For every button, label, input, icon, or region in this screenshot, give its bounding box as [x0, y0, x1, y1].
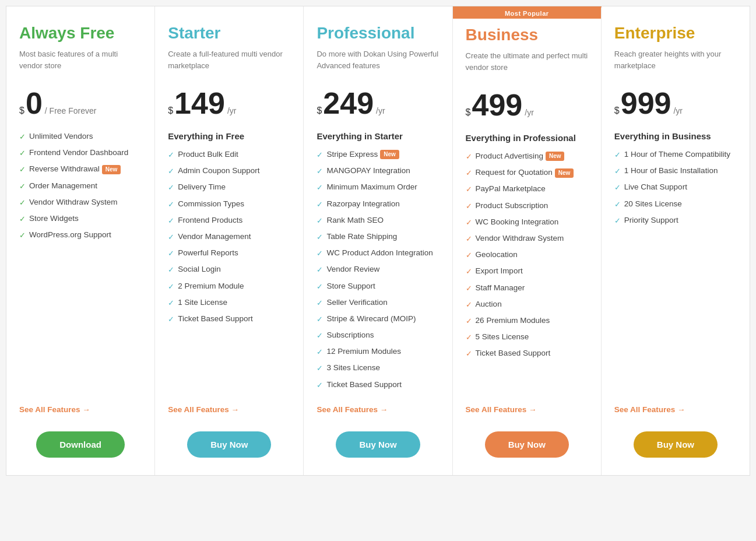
see-all-features-free[interactable]: See All Features → [19, 405, 142, 414]
cta-button-starter[interactable]: Buy Now [187, 431, 271, 458]
price-period-starter: /yr [227, 106, 237, 115]
price-dollar-enterprise: $ [614, 106, 620, 115]
feature-item: ✓ PayPal Marketplace [466, 184, 588, 195]
feature-item: ✓ Powerful Reports [168, 248, 290, 259]
plan-desc-enterprise: Reach greater heights with your marketpl… [614, 48, 737, 78]
feature-text: 1 Hour of Theme Compatibility [624, 149, 730, 160]
plan-col-professional: ProfessionalDo more with Dokan Using Pow… [304, 6, 452, 475]
check-icon: ✓ [317, 216, 323, 226]
feature-text: Razorpay Integration [326, 199, 399, 210]
feature-item: ✓ Auction [466, 299, 588, 310]
feature-item: ✓ Admin Coupon Support [168, 166, 290, 177]
price-row-free: $ 0 / Free Forever [19, 88, 142, 118]
feature-item: ✓ Ticket Based Support [317, 380, 439, 391]
feature-text: Staff Manager [476, 283, 525, 294]
feature-item: ✓ WC Product Addon Integration [317, 248, 439, 259]
see-all-features-professional[interactable]: See All Features → [317, 405, 439, 414]
feature-item: ✓ Request for QuotationNew [466, 167, 588, 178]
feature-item: ✓ WC Booking Integration [466, 217, 588, 228]
price-row-starter: $ 149 /yr [168, 88, 290, 118]
feature-item: ✓ Rank Math SEO [317, 215, 439, 226]
check-icon: ✓ [317, 248, 323, 259]
feature-text: Commission Types [178, 199, 244, 210]
check-icon: ✓ [19, 132, 26, 142]
feature-list-enterprise: ✓ 1 Hour of Theme Compatibility ✓ 1 Hour… [614, 149, 737, 396]
feature-item: ✓ 12 Premium Modules [317, 346, 439, 357]
feature-text: Seller Verification [326, 297, 387, 308]
price-amount-enterprise: 999 [621, 88, 671, 118]
feature-item: ✓ Vendor Review [317, 264, 439, 275]
feature-item: ✓ Delivery Time [168, 182, 290, 193]
feature-text: WC Booking Integration [476, 217, 559, 228]
price-dollar-starter: $ [168, 106, 173, 115]
price-row-professional: $ 249 /yr [317, 88, 439, 118]
see-all-features-enterprise[interactable]: See All Features → [614, 405, 737, 414]
feature-item: ✓ Commission Types [168, 199, 290, 210]
check-icon: ✓ [19, 148, 26, 159]
feature-item: ✓ Product Bulk Edit [168, 149, 290, 160]
feature-text: Table Rate Shipping [326, 231, 397, 243]
cta-button-enterprise[interactable]: Buy Now [634, 431, 718, 458]
feature-text: Ticket Based Support [178, 314, 253, 325]
price-period-enterprise: /yr [673, 106, 683, 115]
feature-text: Subscriptions [326, 330, 374, 341]
check-icon: ✓ [168, 166, 174, 177]
plan-name-business: Business [466, 26, 588, 44]
price-amount-professional: 249 [323, 88, 374, 118]
feature-text: WC Product Addon Integration [326, 248, 432, 259]
check-icon: ✓ [168, 314, 174, 325]
plan-col-starter: StarterCreate a full-featured multi vend… [155, 6, 304, 475]
plan-name-enterprise: Enterprise [614, 24, 737, 43]
cta-button-business[interactable]: Buy Now [485, 431, 569, 458]
check-icon: ✓ [19, 164, 26, 175]
check-icon: ✓ [466, 300, 472, 310]
plan-name-free: Always Free [19, 24, 142, 43]
feature-item: ✓ Subscriptions [317, 330, 439, 341]
price-amount-free: 0 [26, 88, 43, 118]
check-icon: ✓ [317, 265, 323, 275]
feature-text: 26 Premium Modules [476, 315, 550, 326]
feature-text: 20 Sites License [624, 199, 682, 210]
check-icon: ✓ [466, 316, 472, 326]
feature-item: ✓ Ticket Based Support [168, 314, 290, 325]
feature-text: Rank Math SEO [326, 215, 384, 226]
check-icon: ✓ [614, 182, 621, 193]
plan-name-professional: Professional [317, 24, 439, 43]
cta-button-professional[interactable]: Buy Now [336, 431, 420, 458]
check-icon: ✓ [168, 298, 174, 308]
price-period-free: / Free Forever [45, 106, 97, 115]
feature-item: ✓ Product Subscription [466, 201, 588, 212]
new-badge: New [546, 152, 565, 161]
feature-text: 5 Sites License [476, 332, 529, 343]
price-amount-business: 499 [472, 90, 523, 120]
feature-text: 3 Sites License [326, 363, 380, 374]
check-icon: ✓ [19, 181, 26, 192]
feature-text: Admin Coupon Support [178, 166, 259, 177]
feature-item: ✓ 5 Sites License [466, 332, 588, 343]
feature-text: Ticket Based Support [326, 380, 402, 391]
see-all-features-starter[interactable]: See All Features → [168, 405, 290, 414]
check-icon: ✓ [19, 198, 26, 208]
feature-item: ✓ Store Widgets [19, 213, 142, 224]
feature-text: Geolocation [476, 250, 518, 261]
feature-item: ✓ Razorpay Integration [317, 199, 439, 210]
feature-text: Product AdvertisingNew [476, 151, 565, 162]
see-all-features-business[interactable]: See All Features → [466, 405, 588, 414]
feature-item: ✓ Product AdvertisingNew [466, 151, 588, 162]
check-icon: ✓ [466, 217, 472, 228]
plan-col-business: Most PopularBusinessCreate the ultimate … [453, 6, 602, 475]
feature-text: Ticket Based Support [476, 348, 551, 359]
feature-list-professional: ✓ Stripe ExpressNew ✓ MANGOPAY Integrati… [317, 149, 439, 396]
feature-text: Vendor Management [178, 231, 251, 243]
feature-item: ✓ Order Management [19, 181, 142, 192]
feature-text: Vendor Withdraw System [29, 197, 118, 208]
btn-row-enterprise: Buy Now [614, 431, 737, 458]
check-icon: ✓ [317, 199, 323, 210]
feature-text: Priority Support [624, 215, 678, 226]
plan-desc-starter: Create a full-featured multi vendor mark… [168, 48, 290, 78]
feature-text: 12 Premium Modules [326, 346, 401, 357]
cta-button-free[interactable]: Download [36, 431, 125, 458]
price-row-enterprise: $ 999 /yr [614, 88, 737, 118]
check-icon: ✓ [168, 182, 174, 193]
check-icon: ✓ [614, 199, 621, 210]
